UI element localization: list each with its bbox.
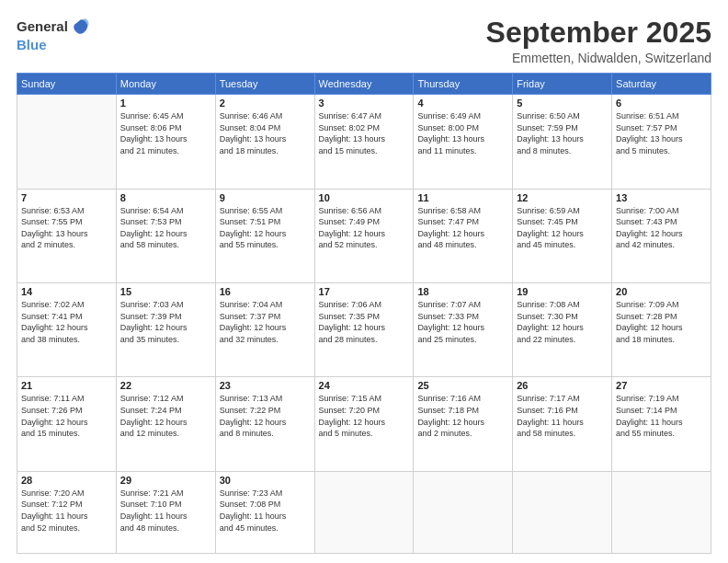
calendar-day-cell: 22Sunrise: 7:12 AMSunset: 7:24 PMDayligh… (116, 377, 215, 471)
day-info: Sunrise: 7:17 AMSunset: 7:16 PMDaylight:… (517, 393, 608, 439)
day-info: Sunrise: 7:13 AMSunset: 7:22 PMDaylight:… (220, 393, 311, 439)
day-number: 1 (120, 98, 211, 109)
day-info: Sunrise: 6:50 AMSunset: 7:59 PMDaylight:… (517, 110, 608, 156)
day-info: Sunrise: 7:15 AMSunset: 7:20 PMDaylight:… (319, 393, 410, 439)
calendar-day-cell: 10Sunrise: 6:56 AMSunset: 7:49 PMDayligh… (314, 189, 414, 282)
day-info: Sunrise: 7:07 AMSunset: 7:33 PMDaylight:… (417, 299, 508, 345)
day-info: Sunrise: 7:00 AMSunset: 7:43 PMDaylight:… (616, 205, 707, 251)
calendar-day-cell: 5Sunrise: 6:50 AMSunset: 7:59 PMDaylight… (513, 95, 612, 189)
calendar-day-cell: 23Sunrise: 7:13 AMSunset: 7:22 PMDayligh… (215, 377, 314, 471)
day-number: 22 (120, 380, 211, 391)
day-number: 13 (616, 192, 707, 203)
calendar-header-row: SundayMondayTuesdayWednesdayThursdayFrid… (17, 74, 711, 95)
calendar-day-cell: 2Sunrise: 6:46 AMSunset: 8:04 PMDaylight… (215, 95, 314, 189)
day-info: Sunrise: 7:12 AMSunset: 7:24 PMDaylight:… (120, 393, 211, 439)
calendar-day-cell: 6Sunrise: 6:51 AMSunset: 7:57 PMDaylight… (612, 95, 711, 189)
calendar-day-cell: 11Sunrise: 6:58 AMSunset: 7:47 PMDayligh… (414, 189, 513, 282)
calendar-day-cell: 1Sunrise: 6:45 AMSunset: 8:06 PMDaylight… (116, 95, 215, 189)
day-number: 16 (220, 286, 311, 297)
day-number: 15 (120, 286, 211, 297)
day-info: Sunrise: 7:21 AMSunset: 7:10 PMDaylight:… (120, 488, 211, 534)
day-info: Sunrise: 6:51 AMSunset: 7:57 PMDaylight:… (616, 110, 707, 156)
calendar-day-cell: 8Sunrise: 6:54 AMSunset: 7:53 PMDaylight… (116, 189, 215, 282)
calendar-week-row: 1Sunrise: 6:45 AMSunset: 8:06 PMDaylight… (17, 95, 711, 189)
calendar-day-cell (612, 471, 711, 553)
day-info: Sunrise: 7:11 AMSunset: 7:26 PMDaylight:… (21, 393, 112, 439)
day-info: Sunrise: 6:47 AMSunset: 8:02 PMDaylight:… (319, 110, 410, 156)
calendar-day-cell: 28Sunrise: 7:20 AMSunset: 7:12 PMDayligh… (17, 471, 117, 553)
day-info: Sunrise: 7:04 AMSunset: 7:37 PMDaylight:… (220, 299, 311, 345)
weekday-header-monday: Monday (116, 74, 215, 95)
day-number: 26 (517, 380, 608, 391)
day-number: 17 (319, 286, 410, 297)
day-number: 25 (417, 380, 508, 391)
calendar-day-cell (17, 95, 117, 189)
month-title: September 2025 (486, 17, 711, 49)
day-info: Sunrise: 6:56 AMSunset: 7:49 PMDaylight:… (319, 205, 410, 251)
day-number: 27 (616, 380, 707, 391)
day-info: Sunrise: 7:20 AMSunset: 7:12 PMDaylight:… (21, 488, 112, 534)
calendar-day-cell: 7Sunrise: 6:53 AMSunset: 7:55 PMDaylight… (17, 189, 117, 282)
calendar-day-cell: 3Sunrise: 6:47 AMSunset: 8:02 PMDaylight… (314, 95, 414, 189)
day-number: 20 (616, 286, 707, 297)
day-info: Sunrise: 7:02 AMSunset: 7:41 PMDaylight:… (21, 299, 112, 345)
day-number: 3 (319, 98, 410, 109)
day-info: Sunrise: 6:49 AMSunset: 8:00 PMDaylight:… (417, 110, 508, 156)
day-info: Sunrise: 6:53 AMSunset: 7:55 PMDaylight:… (21, 205, 112, 251)
day-number: 7 (21, 192, 112, 203)
calendar-day-cell: 9Sunrise: 6:55 AMSunset: 7:51 PMDaylight… (215, 189, 314, 282)
day-number: 10 (319, 192, 410, 203)
day-number: 23 (220, 380, 311, 391)
calendar-table: SundayMondayTuesdayWednesdayThursdayFrid… (17, 73, 711, 554)
day-number: 28 (21, 475, 112, 486)
calendar-day-cell: 27Sunrise: 7:19 AMSunset: 7:14 PMDayligh… (612, 377, 711, 471)
logo: General Blue (17, 17, 90, 53)
day-info: Sunrise: 6:46 AMSunset: 8:04 PMDaylight:… (220, 110, 311, 156)
day-info: Sunrise: 7:23 AMSunset: 7:08 PMDaylight:… (220, 488, 311, 534)
calendar-day-cell: 20Sunrise: 7:09 AMSunset: 7:28 PMDayligh… (612, 283, 711, 377)
day-number: 6 (616, 98, 707, 109)
day-number: 14 (21, 286, 112, 297)
weekday-header-tuesday: Tuesday (215, 74, 314, 95)
calendar-day-cell: 25Sunrise: 7:16 AMSunset: 7:18 PMDayligh… (414, 377, 513, 471)
day-info: Sunrise: 7:03 AMSunset: 7:39 PMDaylight:… (120, 299, 211, 345)
calendar-day-cell: 16Sunrise: 7:04 AMSunset: 7:37 PMDayligh… (215, 283, 314, 377)
weekday-header-saturday: Saturday (612, 74, 711, 95)
calendar-day-cell: 18Sunrise: 7:07 AMSunset: 7:33 PMDayligh… (414, 283, 513, 377)
calendar-day-cell: 12Sunrise: 6:59 AMSunset: 7:45 PMDayligh… (513, 189, 612, 282)
page: General Blue September 2025 Emmetten, Ni… (0, 0, 728, 563)
day-info: Sunrise: 6:58 AMSunset: 7:47 PMDaylight:… (417, 205, 508, 251)
calendar-day-cell: 30Sunrise: 7:23 AMSunset: 7:08 PMDayligh… (215, 471, 314, 553)
day-info: Sunrise: 7:08 AMSunset: 7:30 PMDaylight:… (517, 299, 608, 345)
calendar-week-row: 21Sunrise: 7:11 AMSunset: 7:26 PMDayligh… (17, 377, 711, 471)
day-info: Sunrise: 7:19 AMSunset: 7:14 PMDaylight:… (616, 393, 707, 439)
weekday-header-wednesday: Wednesday (314, 74, 414, 95)
weekday-header-thursday: Thursday (414, 74, 513, 95)
calendar-week-row: 14Sunrise: 7:02 AMSunset: 7:41 PMDayligh… (17, 283, 711, 377)
day-number: 12 (517, 192, 608, 203)
weekday-header-friday: Friday (513, 74, 612, 95)
day-number: 29 (120, 475, 211, 486)
day-info: Sunrise: 7:06 AMSunset: 7:35 PMDaylight:… (319, 299, 410, 345)
calendar-day-cell: 14Sunrise: 7:02 AMSunset: 7:41 PMDayligh… (17, 283, 117, 377)
logo-general-text: General (17, 19, 68, 35)
day-number: 9 (220, 192, 311, 203)
calendar-day-cell (414, 471, 513, 553)
header: General Blue September 2025 Emmetten, Ni… (17, 17, 711, 65)
day-number: 24 (319, 380, 410, 391)
location-title: Emmetten, Nidwalden, Switzerland (486, 51, 711, 65)
day-info: Sunrise: 6:45 AMSunset: 8:06 PMDaylight:… (120, 110, 211, 156)
day-number: 2 (220, 98, 311, 109)
day-number: 8 (120, 192, 211, 203)
calendar-day-cell: 15Sunrise: 7:03 AMSunset: 7:39 PMDayligh… (116, 283, 215, 377)
calendar-day-cell: 13Sunrise: 7:00 AMSunset: 7:43 PMDayligh… (612, 189, 711, 282)
day-number: 19 (517, 286, 608, 297)
day-number: 5 (517, 98, 608, 109)
day-number: 30 (220, 475, 311, 486)
calendar-day-cell: 19Sunrise: 7:08 AMSunset: 7:30 PMDayligh… (513, 283, 612, 377)
calendar-day-cell (314, 471, 414, 553)
calendar-week-row: 7Sunrise: 6:53 AMSunset: 7:55 PMDaylight… (17, 189, 711, 282)
day-info: Sunrise: 6:55 AMSunset: 7:51 PMDaylight:… (220, 205, 311, 251)
day-info: Sunrise: 6:54 AMSunset: 7:53 PMDaylight:… (120, 205, 211, 251)
calendar-day-cell: 29Sunrise: 7:21 AMSunset: 7:10 PMDayligh… (116, 471, 215, 553)
